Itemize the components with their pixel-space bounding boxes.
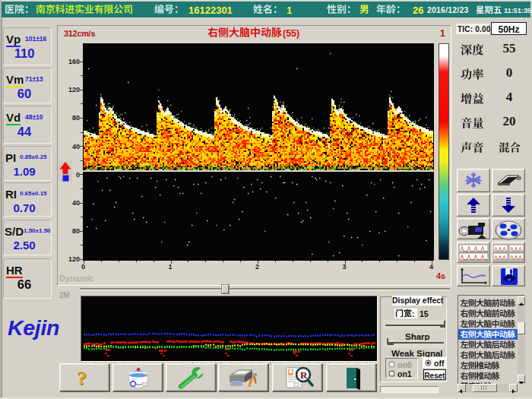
svg-text:R: R bbox=[300, 369, 308, 381]
